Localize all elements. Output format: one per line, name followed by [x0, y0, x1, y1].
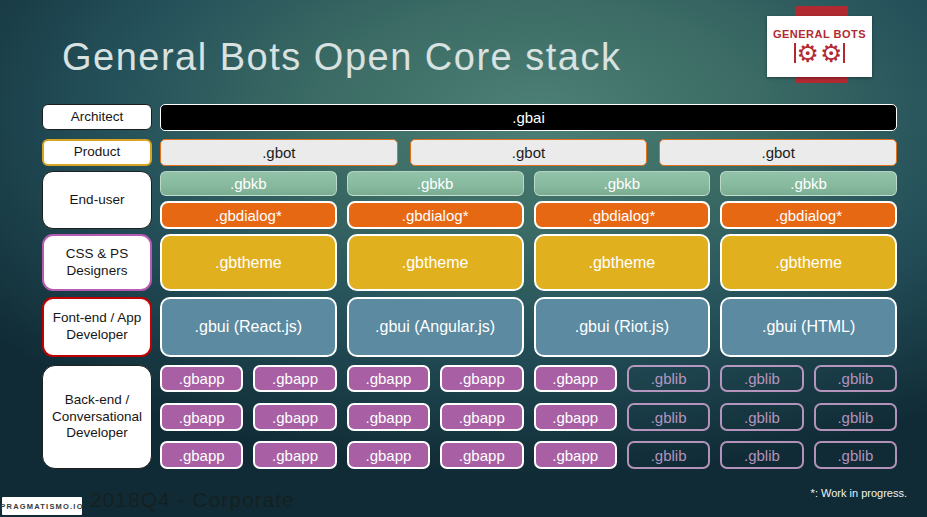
footer-caption: 2018Q4 - Corporate — [90, 488, 295, 512]
gbai-row: .gbai — [160, 104, 897, 131]
gbui-angular-box: .gbui (Angular.js) — [347, 297, 524, 357]
gbtheme-box: .gbtheme — [534, 234, 711, 291]
gbkb-box: .gbkb — [347, 171, 524, 196]
gbdialog-box: .gbdialog* — [347, 201, 524, 229]
gbapp-box: .gbapp — [160, 441, 243, 469]
role-label-css-ps-designers: CSS & PS Designers — [42, 234, 152, 291]
gear-axis-line — [794, 43, 796, 63]
gbapp-box: .gbapp — [440, 403, 523, 431]
gblib-box: .gblib — [814, 403, 897, 431]
role-label-architect: Architect — [42, 104, 152, 130]
gbkb-box: .gbkb — [720, 171, 897, 196]
logo-gears: ⚙ ⚙ — [794, 41, 846, 66]
gbkb-row: .gbkb .gbkb .gbkb .gbkb — [160, 171, 897, 196]
gbtheme-box: .gbtheme — [160, 234, 337, 291]
role-label-front-end-app-developer: Font-end / App Developer — [42, 297, 152, 357]
gbapp-row: .gbapp .gbapp .gbapp .gbapp .gbapp .gbli… — [160, 365, 897, 392]
gbapp-box: .gbapp — [347, 403, 430, 431]
gblib-box: .gblib — [814, 441, 897, 469]
gear-icon: ⚙ — [797, 41, 819, 66]
gblib-box: .gblib — [627, 441, 710, 469]
gbapp-box: .gbapp — [160, 365, 243, 392]
gbui-react-box: .gbui (React.js) — [160, 297, 337, 357]
gbapp-box: .gbapp — [534, 403, 617, 431]
gbapp-box: .gbapp — [440, 441, 523, 469]
gbapp-row: .gbapp .gbapp .gbapp .gbapp .gbapp .gbli… — [160, 403, 897, 431]
gbui-row: .gbui (React.js) .gbui (Angular.js) .gbu… — [160, 297, 897, 357]
gblib-box: .gblib — [814, 365, 897, 392]
gbapp-box: .gbapp — [347, 365, 430, 392]
gbapp-box: .gbapp — [253, 441, 336, 469]
gbui-riot-box: .gbui (Riot.js) — [534, 297, 711, 357]
gblib-box: .gblib — [720, 403, 803, 431]
pragmatismo-logo: PRAGMATISMO.IO — [2, 497, 82, 515]
role-label-product: Product — [42, 139, 152, 166]
gbdialog-row: .gbdialog* .gbdialog* .gbdialog* .gbdial… — [160, 201, 897, 229]
gbapp-box: .gbapp — [253, 365, 336, 392]
gbdialog-box: .gbdialog* — [720, 201, 897, 229]
gbapp-box: .gbapp — [347, 441, 430, 469]
gblib-box: .gblib — [627, 365, 710, 392]
gbtheme-row: .gbtheme .gbtheme .gbtheme .gbtheme — [160, 234, 897, 291]
slide: General Bots Open Core stack GENERAL BOT… — [0, 0, 927, 517]
gbot-box: .gbot — [659, 139, 897, 166]
gbapp-box: .gbapp — [534, 441, 617, 469]
gblib-box: .gblib — [720, 365, 803, 392]
gbkb-box: .gbkb — [160, 171, 337, 196]
gbdialog-box: .gbdialog* — [534, 201, 711, 229]
gbapp-row: .gbapp .gbapp .gbapp .gbapp .gbapp .gbli… — [160, 441, 897, 469]
gear-axis-line — [843, 43, 845, 63]
gbapp-box: .gbapp — [160, 403, 243, 431]
gbdialog-box: .gbdialog* — [160, 201, 337, 229]
gbot-box: .gbot — [410, 139, 648, 166]
gbtheme-box: .gbtheme — [720, 234, 897, 291]
logo-text: GENERAL BOTS — [773, 28, 866, 40]
gblib-box: .gblib — [627, 403, 710, 431]
gbkb-box: .gbkb — [534, 171, 711, 196]
gbui-html-box: .gbui (HTML) — [720, 297, 897, 357]
gbot-box: .gbot — [160, 139, 398, 166]
work-in-progress-note: *: Work in progress. — [811, 487, 907, 499]
gbapp-box: .gbapp — [440, 365, 523, 392]
gbapp-box: .gbapp — [534, 365, 617, 392]
general-bots-logo: GENERAL BOTS ⚙ ⚙ — [767, 16, 872, 77]
gbapp-box: .gbapp — [253, 403, 336, 431]
gear-icon: ⚙ — [820, 41, 842, 66]
gbot-row: .gbot .gbot .gbot — [160, 139, 897, 166]
page-title: General Bots Open Core stack — [62, 36, 621, 79]
gblib-box: .gblib — [720, 441, 803, 469]
gbai-box: .gbai — [160, 104, 897, 131]
gbtheme-box: .gbtheme — [347, 234, 524, 291]
role-label-end-user: End-user — [42, 171, 152, 229]
role-label-back-end-conversational-developer: Back-end / Conversational Developer — [42, 365, 152, 469]
